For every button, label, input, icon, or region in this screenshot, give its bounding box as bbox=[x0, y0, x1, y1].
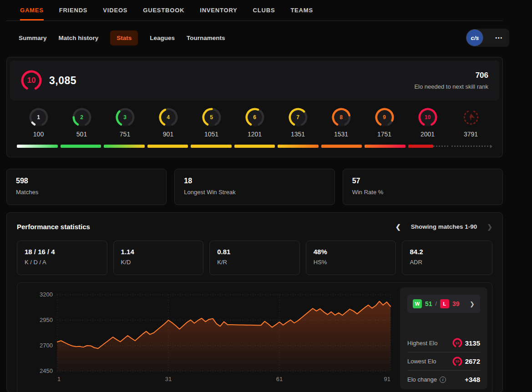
skill-level-1: 1100 bbox=[17, 108, 60, 138]
chart-side-panel: W 51 / L 39 ❯ Highest Elo103135Lowest El… bbox=[400, 287, 487, 389]
nav-item-videos[interactable]: VIDEOS bbox=[103, 0, 127, 20]
level-threshold: 1201 bbox=[248, 131, 262, 138]
pager-label: Showing matches 1-90 bbox=[411, 223, 477, 230]
summary-card-longest-win-streak: 18Longest Win Streak bbox=[174, 169, 334, 205]
nav-item-clubs[interactable]: CLUBS bbox=[253, 0, 275, 20]
level-threshold: 1051 bbox=[204, 131, 218, 138]
row-label: Elo changei bbox=[407, 376, 446, 383]
summary-card-win-rate-: 57Win Rate % bbox=[343, 169, 503, 205]
level-threshold: 501 bbox=[76, 131, 87, 138]
nav-item-guestbook[interactable]: GUESTBOOK bbox=[143, 0, 184, 20]
level-number: 1 bbox=[29, 108, 48, 127]
tab-leagues[interactable]: Leagues bbox=[150, 30, 175, 45]
nav-item-inventory[interactable]: INVENTORY bbox=[200, 0, 237, 20]
stat-row-highest-elo: Highest Elo103135 bbox=[407, 334, 480, 352]
svg-text:1: 1 bbox=[57, 376, 61, 382]
level-threshold: 901 bbox=[163, 131, 173, 138]
summary-card-matches: 598Matches bbox=[6, 169, 167, 205]
perf-card-k-d: 1.14K/D bbox=[113, 241, 204, 275]
chevron-right-icon: ❯ bbox=[470, 301, 475, 307]
elo-chart-container: 13161912450270029503200 W 51 / L 39 ❯ Hi… bbox=[17, 282, 492, 392]
level-number: 8 bbox=[332, 108, 351, 127]
cs2-game-icon[interactable]: c/s bbox=[466, 29, 483, 46]
card-label: HS% bbox=[314, 259, 389, 266]
wl-separator: / bbox=[436, 301, 437, 307]
card-value: 0.81 bbox=[217, 248, 292, 256]
level-number: 10 bbox=[452, 338, 462, 348]
svg-text:3200: 3200 bbox=[40, 291, 53, 298]
card-label: K / D / A bbox=[25, 259, 100, 266]
row-value: +348 bbox=[465, 376, 480, 383]
skill-level-9: 91751 bbox=[363, 108, 406, 138]
level-number: 4 bbox=[159, 108, 178, 127]
card-value: 18 / 16 / 4 bbox=[25, 248, 100, 256]
losses-count: 39 bbox=[452, 300, 460, 307]
perf-card-hs-: 48%HS% bbox=[306, 241, 396, 275]
svg-text:2450: 2450 bbox=[40, 367, 53, 374]
profile-stats-page: GAMESFRIENDSVIDEOSGUESTBOOKINVENTORYCLUB… bbox=[0, 0, 532, 392]
skill-level-4: 4901 bbox=[147, 108, 190, 138]
card-label: Longest Win Streak bbox=[184, 189, 325, 196]
skill-level-10-mini-badge: 10 bbox=[452, 338, 462, 348]
tab-summary[interactable]: Summary bbox=[19, 30, 47, 45]
pager-next-icon[interactable]: ❯ bbox=[487, 223, 492, 231]
level-threshold: 1751 bbox=[377, 131, 391, 138]
svg-text:2700: 2700 bbox=[40, 342, 53, 349]
card-label: K/R bbox=[217, 259, 292, 266]
perf-card-k-d-a: 18 / 16 / 4K / D / A bbox=[17, 241, 107, 275]
stat-row-elo-change: Elo changei+348 bbox=[407, 370, 480, 388]
elo-needed-value: 706 bbox=[414, 71, 488, 80]
level-threshold: 100 bbox=[33, 131, 44, 138]
tab-tournaments[interactable]: Tournaments bbox=[187, 30, 225, 45]
pager-prev-icon[interactable]: ❮ bbox=[395, 223, 401, 231]
performance-statistics-section: Performance statistics ❮ Showing matches… bbox=[6, 212, 503, 392]
primary-nav: GAMESFRIENDSVIDEOSGUESTBOOKINVENTORYCLUB… bbox=[6, 0, 503, 21]
skill-level-7: 71351 bbox=[276, 108, 319, 138]
level-number: 6 bbox=[245, 108, 264, 127]
more-options-button[interactable]: c/s ••• bbox=[474, 29, 509, 47]
svg-text:91: 91 bbox=[384, 376, 390, 382]
svg-text:61: 61 bbox=[276, 376, 283, 382]
card-value: 598 bbox=[16, 177, 157, 185]
elo-bar-segment-11 bbox=[451, 145, 492, 148]
matches-pager: ❮ Showing matches 1-90 ❯ bbox=[395, 223, 492, 231]
nav-item-teams[interactable]: TEAMS bbox=[290, 0, 313, 20]
skill-level-challenger: 3791 bbox=[449, 108, 492, 138]
level-threshold: 1351 bbox=[291, 131, 305, 138]
loss-badge: L bbox=[440, 299, 449, 308]
level-number: 10 bbox=[418, 108, 437, 127]
level-threshold: 2001 bbox=[421, 131, 435, 138]
tab-match-history[interactable]: Match history bbox=[59, 30, 99, 45]
card-label: ADR bbox=[410, 259, 485, 266]
level-number: 7 bbox=[289, 108, 308, 127]
elo-summary-strip: 10 3,085 706 Elo needed to next skill ra… bbox=[10, 60, 499, 101]
card-label: K/D bbox=[121, 259, 196, 266]
card-label: Matches bbox=[16, 189, 157, 196]
svg-text:2950: 2950 bbox=[40, 317, 53, 323]
tab-stats[interactable]: Stats bbox=[110, 30, 138, 45]
card-value: 57 bbox=[352, 177, 493, 185]
level-number: 9 bbox=[375, 108, 394, 127]
current-elo: 3,085 bbox=[49, 75, 76, 87]
elo-needed-label: Elo needed to next skill rank bbox=[414, 83, 488, 90]
perf-card-adr: 84.2ADR bbox=[402, 241, 492, 275]
nav-item-games[interactable]: GAMES bbox=[20, 0, 44, 20]
elo-bar-segment-4 bbox=[147, 145, 188, 148]
elo-bar-segment-7 bbox=[278, 145, 319, 148]
elo-progress-bar bbox=[17, 145, 492, 148]
card-value: 1.14 bbox=[121, 248, 196, 256]
win-loss-summary[interactable]: W 51 / L 39 ❯ bbox=[407, 295, 480, 313]
elo-panel: 10 3,085 706 Elo needed to next skill ra… bbox=[6, 57, 503, 157]
skill-level-2: 2501 bbox=[60, 108, 103, 138]
elo-bar-segment-6 bbox=[234, 145, 275, 148]
elo-extremes-rows: Highest Elo103135Lowest Elo102672Elo cha… bbox=[407, 334, 480, 388]
info-icon[interactable]: i bbox=[440, 377, 446, 383]
win-badge: W bbox=[413, 299, 422, 308]
row-value: 103135 bbox=[452, 338, 480, 348]
card-value: 18 bbox=[184, 177, 325, 185]
nav-item-friends[interactable]: FRIENDS bbox=[59, 0, 88, 20]
skill-level-8: 81531 bbox=[319, 108, 363, 138]
ellipsis-icon: ••• bbox=[495, 35, 503, 40]
elo-bar-segment-9 bbox=[365, 145, 405, 148]
level-number: 3 bbox=[116, 108, 135, 127]
